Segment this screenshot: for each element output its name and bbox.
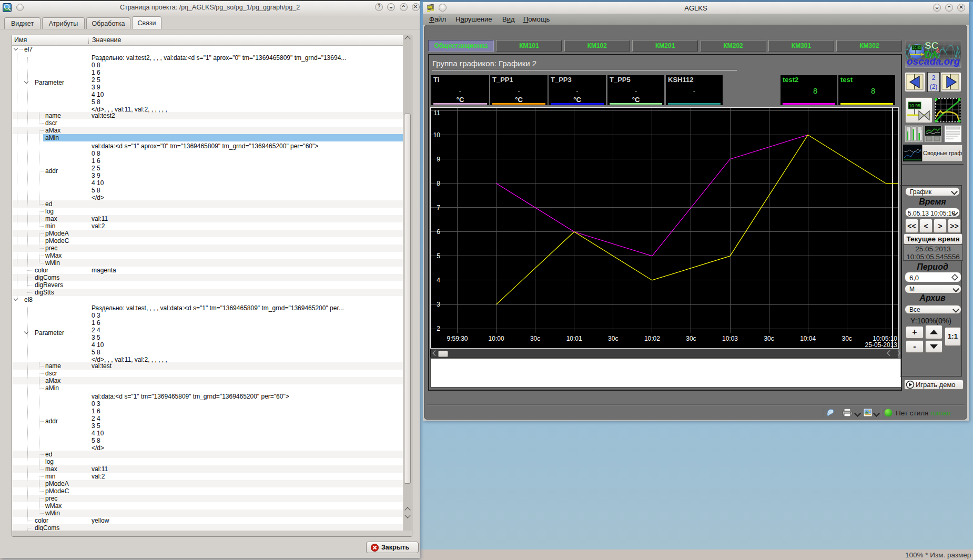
svg-text:8: 8 — [437, 180, 440, 187]
svg-text:10:00: 10:00 — [489, 335, 504, 342]
svg-text:5: 5 — [437, 252, 440, 260]
svg-text:30с: 30с — [530, 335, 540, 342]
svg-text:10: 10 — [433, 131, 441, 139]
svg-text:30с: 30с — [608, 335, 618, 342]
svg-text:3: 3 — [437, 301, 440, 308]
svg-text:10.95: 10.95 — [913, 46, 921, 49]
svg-text:11: 11 — [434, 109, 441, 117]
svg-text:9: 9 — [437, 156, 440, 163]
svg-text:2: 2 — [437, 325, 440, 332]
svg-text:6: 6 — [437, 228, 440, 236]
svg-text:9:59:30: 9:59:30 — [447, 335, 468, 342]
svg-text:10:04: 10:04 — [800, 335, 816, 342]
svg-text:10:02: 10:02 — [644, 335, 660, 342]
svg-text:oscada.org: oscada.org — [907, 56, 960, 67]
svg-text:30с: 30с — [764, 335, 774, 342]
svg-text:7: 7 — [437, 204, 440, 211]
svg-text:10:01: 10:01 — [566, 335, 582, 342]
svg-text:30с: 30с — [686, 335, 696, 342]
svg-text:4: 4 — [437, 277, 440, 284]
svg-text:30с: 30с — [842, 335, 852, 342]
svg-text:10.95: 10.95 — [909, 103, 920, 108]
svg-text:10:03: 10:03 — [722, 335, 738, 342]
